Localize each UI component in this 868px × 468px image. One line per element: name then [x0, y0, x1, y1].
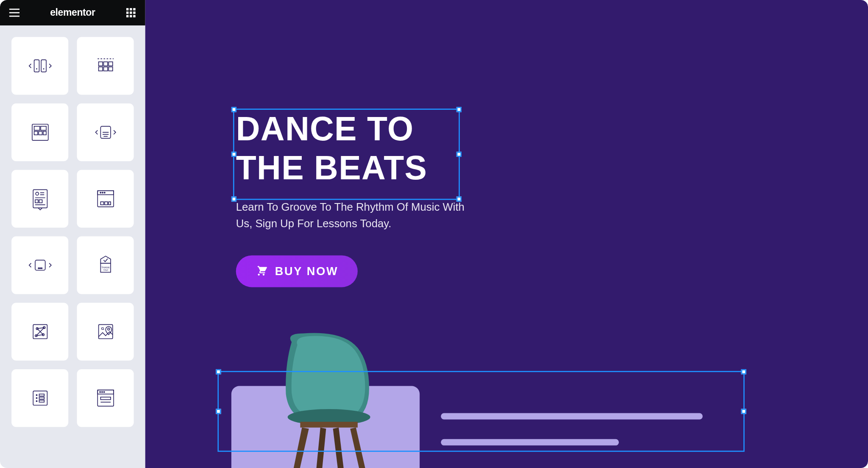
svg-rect-18	[103, 62, 107, 66]
svg-rect-27	[39, 131, 42, 135]
svg-rect-38	[35, 200, 38, 203]
svg-rect-5	[133, 8, 135, 10]
svg-rect-24	[34, 126, 39, 131]
buy-now-button[interactable]: BUY NOW	[236, 256, 358, 287]
svg-rect-11	[133, 15, 135, 17]
svg-rect-7	[130, 11, 132, 14]
loop-grid-widget[interactable]	[77, 37, 134, 95]
svg-rect-83	[300, 422, 357, 428]
editor-canvas[interactable]: DANCE TO THE BEATS Learn To Groove To Th…	[145, 0, 868, 468]
svg-point-52	[41, 268, 42, 269]
hero-title-line1: DANCE TO	[236, 110, 414, 148]
apps-grid-icon[interactable]	[126, 8, 136, 18]
svg-rect-72	[39, 394, 44, 396]
google-maps-widget[interactable]: G	[77, 303, 134, 360]
svg-point-51	[39, 268, 40, 269]
svg-rect-20	[98, 67, 102, 71]
svg-rect-8	[133, 11, 135, 14]
testimonial-carousel-widget[interactable]	[77, 103, 134, 161]
svg-rect-2	[9, 16, 19, 17]
buy-now-label: BUY NOW	[275, 265, 338, 278]
cart-icon	[256, 265, 267, 279]
svg-point-50	[38, 268, 39, 269]
svg-rect-68	[33, 391, 47, 405]
hamburger-menu-icon[interactable]	[9, 8, 19, 18]
svg-rect-10	[130, 15, 132, 17]
hero-section: DANCE TO THE BEATS Learn To Groove To Th…	[236, 110, 466, 287]
svg-rect-22	[108, 67, 112, 71]
gallery-widget[interactable]	[11, 103, 68, 161]
brand-logo: elementor	[50, 7, 95, 18]
template-widget[interactable]	[77, 369, 134, 427]
svg-rect-28	[43, 131, 46, 135]
svg-point-66	[107, 328, 109, 330]
svg-point-79	[103, 392, 104, 393]
svg-rect-17	[98, 62, 102, 66]
svg-point-45	[104, 192, 105, 193]
placeholder-bar	[441, 439, 619, 446]
hero-subtitle[interactable]: Learn To Groove To The Rhythm Of Music W…	[236, 200, 466, 231]
svg-point-14	[36, 69, 36, 69]
svg-rect-23	[32, 124, 48, 140]
svg-point-71	[36, 401, 37, 401]
svg-rect-6	[126, 11, 128, 14]
svg-rect-74	[39, 400, 44, 402]
svg-rect-12	[34, 60, 39, 72]
menu-widget[interactable]	[77, 170, 134, 228]
editor-sidebar: elementor	[0, 0, 145, 468]
thank-you-widget[interactable]: THANKYOU!	[77, 236, 134, 294]
svg-rect-3	[126, 8, 128, 10]
svg-point-77	[99, 392, 100, 393]
hero-title[interactable]: DANCE TO THE BEATS	[236, 110, 466, 187]
chair-image	[269, 331, 398, 468]
svg-rect-1	[9, 12, 19, 14]
svg-text:THANK: THANK	[101, 266, 110, 269]
svg-rect-48	[108, 202, 111, 205]
form-widget[interactable]	[11, 369, 68, 427]
placeholder-bar	[441, 413, 703, 420]
lottie-widget[interactable]	[11, 303, 68, 360]
svg-rect-9	[126, 15, 128, 17]
hero-title-line2: THE BEATS	[236, 148, 428, 186]
svg-rect-26	[34, 131, 37, 135]
svg-rect-13	[41, 60, 46, 72]
svg-rect-73	[39, 397, 44, 399]
svg-point-34	[35, 192, 38, 195]
svg-point-69	[36, 395, 37, 396]
app-window: elementor	[0, 0, 868, 468]
svg-rect-19	[108, 62, 112, 66]
svg-rect-47	[104, 202, 107, 205]
svg-point-78	[101, 392, 102, 393]
table-of-contents-widget[interactable]	[11, 170, 68, 228]
svg-rect-46	[100, 202, 103, 205]
svg-rect-0	[9, 8, 19, 10]
resize-handle[interactable]	[741, 369, 746, 374]
menu-cart-widget[interactable]	[11, 236, 68, 294]
svg-point-44	[102, 192, 103, 193]
resize-handle[interactable]	[216, 409, 221, 414]
svg-rect-4	[130, 8, 132, 10]
svg-text:G: G	[101, 326, 104, 331]
svg-rect-21	[103, 67, 107, 71]
svg-rect-39	[39, 200, 42, 203]
svg-rect-25	[40, 126, 46, 131]
svg-rect-80	[100, 397, 111, 400]
text-placeholder-lines	[441, 413, 703, 465]
svg-point-15	[43, 69, 44, 69]
resize-handle[interactable]	[216, 369, 221, 374]
widget-panel: THANKYOU! G	[0, 25, 145, 439]
svg-point-43	[100, 192, 101, 193]
svg-text:YOU!: YOU!	[103, 269, 108, 271]
sidebar-header: elementor	[0, 0, 145, 25]
carousel-widget[interactable]	[11, 37, 68, 95]
resize-handle[interactable]	[741, 409, 746, 414]
svg-point-70	[36, 398, 37, 398]
